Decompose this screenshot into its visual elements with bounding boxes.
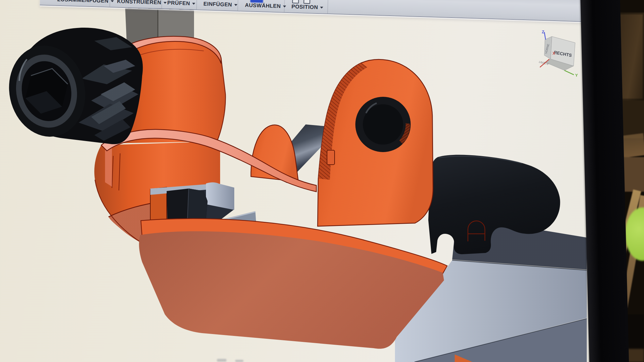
menu-label: KONSTRUIEREN — [117, 0, 161, 6]
toolbar-separator — [196, 0, 197, 9]
nav-toolbar-hint — [235, 360, 243, 362]
menu-label: PRÜFEN — [167, 0, 190, 7]
knurled-knob — [1, 28, 143, 144]
menu-label: EINFÜGEN — [203, 1, 232, 8]
viewcube[interactable]: RECHTS VORNE UNTEN Z X Y — [532, 28, 586, 79]
menu-auswaehlen[interactable]: AUSWÄHLEN — [245, 2, 286, 10]
photo-of-monitor: ZUSAMMENFÜGEN KONSTRUIEREN PRÜFEN EINFÜG… — [0, 0, 644, 362]
chevron-down-icon — [283, 6, 286, 8]
axis-z-label: Z — [542, 30, 544, 34]
menu-label: AUSWÄHLEN — [245, 2, 281, 9]
chevron-down-icon — [192, 3, 195, 5]
toolbar-separator — [327, 0, 328, 14]
axis-x-label: X — [552, 51, 555, 56]
position-tool-icon[interactable] — [292, 0, 299, 3]
chevron-down-icon — [320, 7, 323, 8]
chevron-down-icon — [164, 2, 167, 4]
cad-canvas[interactable]: ZUSAMMENFÜGEN KONSTRUIEREN PRÜFEN EINFÜG… — [0, 0, 619, 362]
chevron-down-icon — [234, 4, 237, 6]
menu-konstruieren[interactable]: KONSTRUIEREN — [117, 0, 167, 6]
bracket-ear — [318, 59, 433, 226]
menu-zusammenfuegen[interactable]: ZUSAMMENFÜGEN — [57, 0, 114, 4]
toolbar-separator — [237, 0, 238, 11]
axis-y-label: Y — [575, 73, 578, 78]
position-tool-icon[interactable] — [303, 0, 310, 4]
menu-label: POSITION — [291, 3, 318, 11]
menu-label: ZUSAMMENFÜGEN — [57, 0, 108, 4]
chevron-down-icon — [111, 0, 114, 2]
menu-pruefen[interactable]: PRÜFEN — [167, 0, 196, 7]
menu-position[interactable]: POSITION — [291, 3, 324, 11]
menu-einfuegen[interactable]: EINFÜGEN — [203, 1, 238, 8]
nav-toolbar-hint — [217, 359, 226, 362]
